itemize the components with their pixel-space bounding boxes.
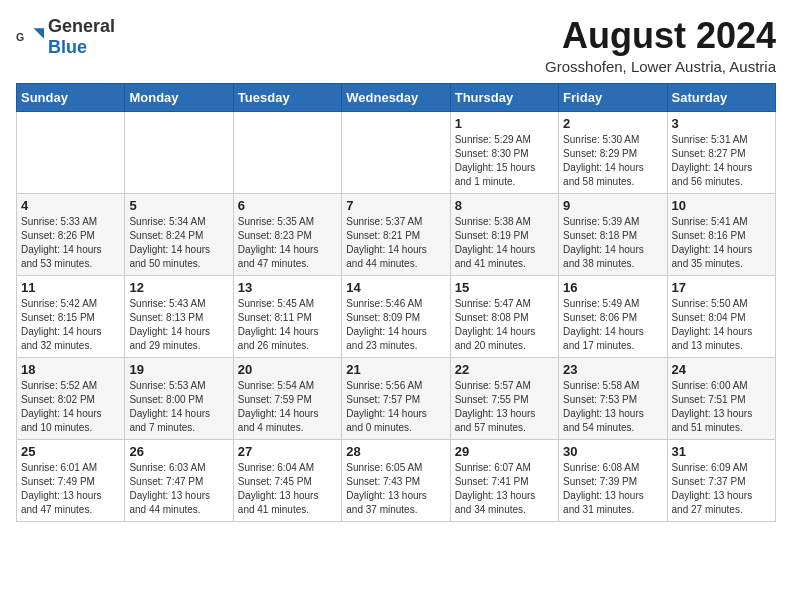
day-info: Sunrise: 5:30 AMSunset: 8:29 PMDaylight:…: [563, 133, 662, 189]
day-info: Sunrise: 5:38 AMSunset: 8:19 PMDaylight:…: [455, 215, 554, 271]
calendar-cell: 2Sunrise: 5:30 AMSunset: 8:29 PMDaylight…: [559, 111, 667, 193]
calendar-cell: 25Sunrise: 6:01 AMSunset: 7:49 PMDayligh…: [17, 439, 125, 521]
day-info: Sunrise: 5:53 AMSunset: 8:00 PMDaylight:…: [129, 379, 228, 435]
svg-marker-1: [34, 28, 45, 39]
day-number: 17: [672, 280, 771, 295]
calendar-cell: 14Sunrise: 5:46 AMSunset: 8:09 PMDayligh…: [342, 275, 450, 357]
header: G General Blue August 2024 Grosshofen, L…: [16, 16, 776, 75]
day-info: Sunrise: 6:07 AMSunset: 7:41 PMDaylight:…: [455, 461, 554, 517]
day-header-sunday: Sunday: [17, 83, 125, 111]
svg-text:G: G: [16, 31, 24, 43]
day-number: 8: [455, 198, 554, 213]
calendar-cell: [17, 111, 125, 193]
calendar-cell: 19Sunrise: 5:53 AMSunset: 8:00 PMDayligh…: [125, 357, 233, 439]
day-number: 1: [455, 116, 554, 131]
calendar-cell: 8Sunrise: 5:38 AMSunset: 8:19 PMDaylight…: [450, 193, 558, 275]
day-info: Sunrise: 5:49 AMSunset: 8:06 PMDaylight:…: [563, 297, 662, 353]
day-header-thursday: Thursday: [450, 83, 558, 111]
day-info: Sunrise: 5:56 AMSunset: 7:57 PMDaylight:…: [346, 379, 445, 435]
day-number: 23: [563, 362, 662, 377]
day-info: Sunrise: 6:03 AMSunset: 7:47 PMDaylight:…: [129, 461, 228, 517]
day-number: 10: [672, 198, 771, 213]
day-number: 20: [238, 362, 337, 377]
day-number: 2: [563, 116, 662, 131]
day-number: 11: [21, 280, 120, 295]
calendar-cell: 31Sunrise: 6:09 AMSunset: 7:37 PMDayligh…: [667, 439, 775, 521]
calendar-cell: 20Sunrise: 5:54 AMSunset: 7:59 PMDayligh…: [233, 357, 341, 439]
title-block: August 2024 Grosshofen, Lower Austria, A…: [545, 16, 776, 75]
week-row-4: 18Sunrise: 5:52 AMSunset: 8:02 PMDayligh…: [17, 357, 776, 439]
day-number: 26: [129, 444, 228, 459]
calendar-cell: 11Sunrise: 5:42 AMSunset: 8:15 PMDayligh…: [17, 275, 125, 357]
day-info: Sunrise: 5:54 AMSunset: 7:59 PMDaylight:…: [238, 379, 337, 435]
calendar-cell: 22Sunrise: 5:57 AMSunset: 7:55 PMDayligh…: [450, 357, 558, 439]
calendar-cell: 26Sunrise: 6:03 AMSunset: 7:47 PMDayligh…: [125, 439, 233, 521]
day-number: 21: [346, 362, 445, 377]
day-info: Sunrise: 5:39 AMSunset: 8:18 PMDaylight:…: [563, 215, 662, 271]
day-info: Sunrise: 5:50 AMSunset: 8:04 PMDaylight:…: [672, 297, 771, 353]
day-number: 6: [238, 198, 337, 213]
day-info: Sunrise: 5:33 AMSunset: 8:26 PMDaylight:…: [21, 215, 120, 271]
day-info: Sunrise: 6:00 AMSunset: 7:51 PMDaylight:…: [672, 379, 771, 435]
day-header-wednesday: Wednesday: [342, 83, 450, 111]
calendar-cell: 1Sunrise: 5:29 AMSunset: 8:30 PMDaylight…: [450, 111, 558, 193]
calendar-cell: 18Sunrise: 5:52 AMSunset: 8:02 PMDayligh…: [17, 357, 125, 439]
week-row-5: 25Sunrise: 6:01 AMSunset: 7:49 PMDayligh…: [17, 439, 776, 521]
day-info: Sunrise: 5:57 AMSunset: 7:55 PMDaylight:…: [455, 379, 554, 435]
day-header-tuesday: Tuesday: [233, 83, 341, 111]
day-info: Sunrise: 5:46 AMSunset: 8:09 PMDaylight:…: [346, 297, 445, 353]
day-info: Sunrise: 5:52 AMSunset: 8:02 PMDaylight:…: [21, 379, 120, 435]
week-row-1: 1Sunrise: 5:29 AMSunset: 8:30 PMDaylight…: [17, 111, 776, 193]
calendar-cell: 28Sunrise: 6:05 AMSunset: 7:43 PMDayligh…: [342, 439, 450, 521]
day-number: 16: [563, 280, 662, 295]
week-row-3: 11Sunrise: 5:42 AMSunset: 8:15 PMDayligh…: [17, 275, 776, 357]
day-info: Sunrise: 5:34 AMSunset: 8:24 PMDaylight:…: [129, 215, 228, 271]
day-number: 27: [238, 444, 337, 459]
day-header-friday: Friday: [559, 83, 667, 111]
calendar-cell: 21Sunrise: 5:56 AMSunset: 7:57 PMDayligh…: [342, 357, 450, 439]
calendar-cell: 24Sunrise: 6:00 AMSunset: 7:51 PMDayligh…: [667, 357, 775, 439]
day-number: 15: [455, 280, 554, 295]
calendar-cell: 30Sunrise: 6:08 AMSunset: 7:39 PMDayligh…: [559, 439, 667, 521]
day-info: Sunrise: 6:05 AMSunset: 7:43 PMDaylight:…: [346, 461, 445, 517]
day-number: 19: [129, 362, 228, 377]
day-info: Sunrise: 5:37 AMSunset: 8:21 PMDaylight:…: [346, 215, 445, 271]
day-number: 12: [129, 280, 228, 295]
calendar-cell: 5Sunrise: 5:34 AMSunset: 8:24 PMDaylight…: [125, 193, 233, 275]
calendar-cell: 4Sunrise: 5:33 AMSunset: 8:26 PMDaylight…: [17, 193, 125, 275]
day-number: 3: [672, 116, 771, 131]
calendar-cell: 7Sunrise: 5:37 AMSunset: 8:21 PMDaylight…: [342, 193, 450, 275]
calendar-cell: 23Sunrise: 5:58 AMSunset: 7:53 PMDayligh…: [559, 357, 667, 439]
logo-text-blue: Blue: [48, 37, 87, 57]
day-number: 30: [563, 444, 662, 459]
day-info: Sunrise: 5:29 AMSunset: 8:30 PMDaylight:…: [455, 133, 554, 189]
calendar-cell: 12Sunrise: 5:43 AMSunset: 8:13 PMDayligh…: [125, 275, 233, 357]
calendar-cell: 17Sunrise: 5:50 AMSunset: 8:04 PMDayligh…: [667, 275, 775, 357]
day-info: Sunrise: 5:47 AMSunset: 8:08 PMDaylight:…: [455, 297, 554, 353]
calendar-subtitle: Grosshofen, Lower Austria, Austria: [545, 58, 776, 75]
day-number: 28: [346, 444, 445, 459]
calendar-header-row: SundayMondayTuesdayWednesdayThursdayFrid…: [17, 83, 776, 111]
day-header-monday: Monday: [125, 83, 233, 111]
calendar-cell: [125, 111, 233, 193]
calendar-cell: 27Sunrise: 6:04 AMSunset: 7:45 PMDayligh…: [233, 439, 341, 521]
day-number: 25: [21, 444, 120, 459]
day-number: 29: [455, 444, 554, 459]
day-info: Sunrise: 5:58 AMSunset: 7:53 PMDaylight:…: [563, 379, 662, 435]
logo-text-general: General: [48, 16, 115, 36]
calendar-cell: 6Sunrise: 5:35 AMSunset: 8:23 PMDaylight…: [233, 193, 341, 275]
day-info: Sunrise: 6:08 AMSunset: 7:39 PMDaylight:…: [563, 461, 662, 517]
day-info: Sunrise: 5:35 AMSunset: 8:23 PMDaylight:…: [238, 215, 337, 271]
logo-icon: G: [16, 23, 44, 51]
day-number: 7: [346, 198, 445, 213]
day-number: 31: [672, 444, 771, 459]
day-number: 5: [129, 198, 228, 213]
logo: G General Blue: [16, 16, 115, 58]
calendar-cell: 3Sunrise: 5:31 AMSunset: 8:27 PMDaylight…: [667, 111, 775, 193]
calendar-title: August 2024: [545, 16, 776, 56]
day-info: Sunrise: 5:45 AMSunset: 8:11 PMDaylight:…: [238, 297, 337, 353]
calendar-cell: [342, 111, 450, 193]
day-number: 9: [563, 198, 662, 213]
day-number: 18: [21, 362, 120, 377]
day-info: Sunrise: 6:04 AMSunset: 7:45 PMDaylight:…: [238, 461, 337, 517]
